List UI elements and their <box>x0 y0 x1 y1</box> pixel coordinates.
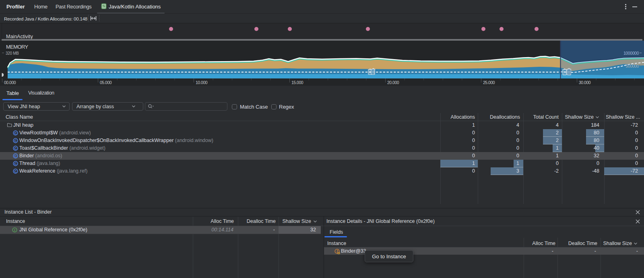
svg-text:I: I <box>14 228 15 232</box>
svg-text:C: C <box>14 131 17 135</box>
svg-text:C: C <box>14 146 17 150</box>
svg-text:C: C <box>14 169 17 173</box>
svg-text:C: C <box>14 162 17 166</box>
svg-text:C: C <box>14 154 17 158</box>
svg-text:C: C <box>14 139 17 143</box>
